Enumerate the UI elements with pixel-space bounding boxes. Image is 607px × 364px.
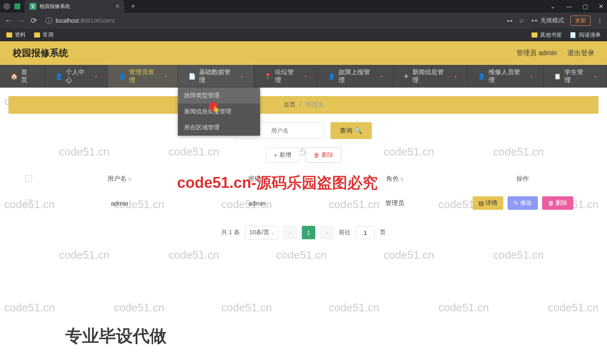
- detail-button[interactable]: ▤详情: [473, 196, 503, 210]
- bottom-promo-text: 专业毕设代做: [65, 324, 167, 348]
- search-button[interactable]: 查询🔍: [330, 122, 372, 139]
- goto-label: 前往: [339, 229, 351, 236]
- plus-icon: +: [274, 152, 277, 158]
- total-count: 共 1 条: [221, 229, 240, 236]
- col-ops: 操作: [464, 175, 582, 183]
- dropdown-fault-type[interactable]: 故障类型管理: [178, 88, 260, 104]
- user-icon: 👤: [478, 73, 485, 80]
- reading-list[interactable]: 📃阅读清单: [569, 31, 601, 39]
- page-size-select[interactable]: 10条/页 ⌄: [245, 226, 278, 239]
- url-field[interactable]: i localhost:8081/#/users: [42, 17, 502, 24]
- caret-icon: ▾: [165, 74, 167, 79]
- incognito-icon: 👓: [531, 17, 538, 24]
- goto-input[interactable]: [356, 226, 375, 239]
- search-icon: 🔍: [355, 127, 363, 134]
- caret-icon: ▾: [241, 74, 243, 79]
- nav-profile[interactable]: 👤个人中心▾: [45, 65, 108, 88]
- caret-icon: ▾: [304, 74, 306, 79]
- list-icon: 📋: [554, 73, 561, 80]
- nav-news[interactable]: ✈新闻信息管理▾: [393, 65, 467, 88]
- user-icon: 👤: [118, 73, 126, 80]
- watermark-text: code51.cn: [4, 301, 55, 314]
- nav-student[interactable]: 📋学生管理▾: [543, 65, 607, 88]
- menu-icon[interactable]: ⋮: [597, 17, 603, 24]
- nav-base-data[interactable]: 📄基础数据管理▾ 故障类型管理 新闻信息类型管理 所在区域管理: [178, 65, 254, 88]
- close-window-icon[interactable]: ✕: [599, 3, 604, 10]
- cursor-hand-icon: 👆: [212, 105, 219, 112]
- sort-icon: ⇅: [400, 177, 404, 182]
- caret-icon: ▾: [530, 74, 532, 79]
- cell-role: 管理员: [326, 199, 464, 207]
- active-tab[interactable]: V 校园报修系统 ×: [24, 0, 124, 13]
- tab-title: 校园报修系统: [40, 3, 70, 10]
- folder-icon: [532, 32, 537, 37]
- list-icon: 📃: [569, 32, 576, 38]
- star-icon[interactable]: ☆: [519, 17, 524, 24]
- incognito-badge: 👓 无痕模式: [531, 17, 564, 24]
- bookmark-bar: 资料 常用 其他书签 📃阅读清单: [0, 29, 607, 41]
- page-number[interactable]: 1: [302, 226, 315, 239]
- watermark-text: code51.cn: [384, 249, 434, 262]
- caret-icon: ▾: [95, 74, 97, 79]
- next-page-button[interactable]: ›: [320, 226, 334, 239]
- nav-fault-report[interactable]: 👤故障上报管理▾: [317, 65, 393, 88]
- watermark-text: code51.cn: [221, 301, 272, 314]
- trash-icon: 🗑: [314, 152, 320, 158]
- site-info-icon[interactable]: i: [46, 17, 52, 24]
- dropdown-icon[interactable]: ⌄: [551, 3, 556, 10]
- tab-close-icon[interactable]: ×: [115, 3, 119, 10]
- forward-icon[interactable]: →: [17, 16, 25, 25]
- edit-icon: ✎: [513, 200, 518, 206]
- nav-admin-mgmt[interactable]: 👤管理员管理▾: [108, 65, 178, 88]
- pin-icon: 📍: [264, 73, 271, 80]
- nav-home[interactable]: 🏠首页: [0, 65, 45, 88]
- folder-icon: [6, 32, 12, 37]
- col-role[interactable]: 角色⇅: [326, 175, 464, 183]
- watermark-text: code51.cn: [493, 249, 544, 262]
- table-header: 用户名⇅ 密码⇅ 角色⇅ 操作: [17, 169, 590, 189]
- address-bar: ← → ⟳ i localhost:8081/#/users ⊶ ☆ 👓 无痕模…: [0, 13, 607, 29]
- logout-link[interactable]: 退出登录: [567, 49, 594, 58]
- watermark-text: code51.cn: [438, 301, 489, 314]
- prev-page-button[interactable]: ‹: [283, 226, 297, 239]
- row-delete-button[interactable]: 🗑删除: [542, 196, 573, 210]
- bookmark-folder[interactable]: 资料: [6, 31, 26, 39]
- back-icon[interactable]: ←: [4, 16, 13, 25]
- maximize-icon[interactable]: ▢: [583, 3, 588, 10]
- main-nav: 🏠首页 👤个人中心▾ 👤管理员管理▾ 📄基础数据管理▾ 故障类型管理 新闻信息类…: [0, 65, 607, 88]
- reload-icon[interactable]: ⟳: [30, 16, 38, 25]
- dropdown-area[interactable]: 所在区域管理: [178, 120, 260, 136]
- watermark-text: code51.cn: [276, 249, 327, 262]
- data-table: 用户名⇅ 密码⇅ 角色⇅ 操作 admin admin 管理员 ▤详情 ✎修改 …: [17, 169, 590, 217]
- delete-button[interactable]: 🗑删除: [306, 147, 341, 163]
- caret-icon: ▾: [380, 74, 382, 79]
- nav-forum[interactable]: 📍论坛管理▾: [254, 65, 317, 88]
- pagination: 共 1 条 10条/页 ⌄ ‹ 1 › 前往 页: [8, 226, 599, 239]
- tab-icon-1[interactable]: [3, 3, 10, 10]
- new-tab-icon[interactable]: +: [131, 2, 135, 11]
- breadcrumb: 首页 / 管理员: [8, 96, 599, 114]
- folder-icon: [34, 32, 40, 37]
- app-title: 校园报修系统: [13, 47, 68, 59]
- send-icon: ✈: [404, 73, 409, 80]
- nav-repair-staff[interactable]: 👤维修人员管理▾: [467, 65, 543, 88]
- page-suffix: 页: [380, 229, 386, 236]
- tab-icon-2[interactable]: [14, 3, 20, 9]
- col-username[interactable]: 用户名⇅: [51, 175, 188, 183]
- other-bookmarks[interactable]: 其他书签: [532, 31, 562, 39]
- add-button[interactable]: +新增: [266, 147, 299, 163]
- update-button[interactable]: 更新: [570, 16, 591, 26]
- app-header: 校园报修系统 管理员 admin 退出登录: [0, 41, 607, 65]
- select-all-checkbox[interactable]: [25, 175, 32, 182]
- home-icon: 🏠: [11, 73, 18, 80]
- edit-button[interactable]: ✎修改: [508, 196, 538, 210]
- minimize-icon[interactable]: —: [566, 3, 572, 10]
- col-password[interactable]: 密码⇅: [188, 175, 326, 183]
- bookmark-folder[interactable]: 常用: [34, 31, 54, 39]
- key-icon[interactable]: ⊶: [507, 17, 513, 24]
- trash-icon: 🗑: [548, 200, 554, 206]
- user-icon: 👤: [328, 73, 335, 80]
- breadcrumb-home[interactable]: 首页: [284, 101, 295, 108]
- detail-icon: ▤: [478, 200, 484, 206]
- row-checkbox[interactable]: [25, 199, 32, 206]
